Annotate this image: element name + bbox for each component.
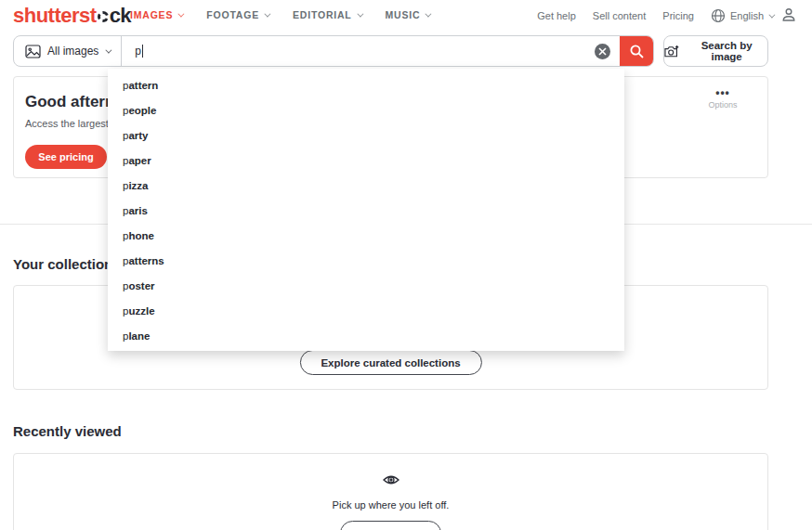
search-button[interactable]	[620, 36, 653, 66]
search-by-image-label: Search by image	[686, 40, 767, 62]
close-icon	[598, 47, 607, 56]
image-icon	[25, 45, 41, 58]
logo-text-red: shutterst	[13, 4, 97, 27]
recent-message: Pick up where you left off.	[14, 499, 767, 511]
nav-item-label: MUSIC	[386, 9, 421, 20]
chevron-down-icon	[264, 10, 270, 17]
search-icon	[629, 44, 645, 59]
suggestion-item[interactable]: poster	[108, 273, 624, 298]
person-icon	[780, 6, 797, 23]
suggestion-completion: arty	[128, 130, 148, 141]
suggestion-completion: aris	[128, 205, 147, 216]
suggestion-item[interactable]: patterns	[108, 248, 624, 273]
suggestion-item[interactable]: puzzle	[108, 298, 624, 323]
nav-item-music[interactable]: MUSIC	[386, 9, 430, 20]
suggestion-completion: lane	[128, 330, 150, 342]
get-help-link[interactable]: Get help	[537, 10, 576, 21]
main-nav: IMAGES FOOTAGE EDITORIAL MUSIC	[130, 9, 429, 20]
language-label: English	[730, 10, 764, 21]
options-label: Options	[695, 100, 751, 110]
see-pricing-button[interactable]: See pricing	[25, 145, 107, 169]
shutterstock-logo[interactable]: shutterstck	[13, 4, 131, 28]
account-button[interactable]	[780, 6, 797, 27]
utility-nav: Get help Sell content Pricing English	[537, 8, 773, 23]
suggestion-completion: izza	[128, 180, 148, 191]
explore-collections-button[interactable]: Explore curated collections	[299, 350, 481, 375]
chevron-down-icon	[768, 11, 775, 18]
eye-icon	[382, 472, 400, 487]
nav-item-footage[interactable]: FOOTAGE	[206, 9, 268, 20]
suggestion-completion: aper	[128, 155, 151, 166]
suggestion-completion: attern	[128, 80, 158, 91]
recent-section-title: Recently viewed	[13, 423, 122, 439]
nav-item-images[interactable]: IMAGES	[130, 9, 182, 20]
ellipsis-icon: •••	[695, 88, 751, 97]
suggestion-completion: oster	[128, 280, 154, 291]
search-bar: All images p	[13, 35, 654, 67]
media-type-label: All images	[47, 45, 98, 58]
suggestion-item[interactable]: party	[108, 123, 624, 148]
globe-icon	[711, 8, 726, 23]
nav-item-label: IMAGES	[130, 9, 173, 20]
chevron-down-icon	[426, 10, 432, 17]
eye-icon-wrap	[14, 472, 767, 491]
camera-plus-icon	[664, 45, 679, 58]
suggestion-item[interactable]: paper	[108, 148, 624, 173]
recently-viewed-panel: Pick up where you left off. Get inspired	[13, 453, 768, 530]
greeting-subtitle: Access the largest l	[25, 118, 113, 129]
suggestion-item[interactable]: pattern	[108, 72, 624, 97]
media-type-dropdown[interactable]: All images	[14, 36, 121, 66]
chevron-down-icon	[106, 46, 112, 53]
clear-search-button[interactable]	[595, 44, 610, 59]
text-caret	[142, 45, 143, 58]
search-query-text: p	[135, 45, 141, 58]
shutter-o-icon	[98, 11, 109, 22]
suggestion-item[interactable]: people	[108, 97, 624, 123]
search-by-image-button[interactable]: Search by image	[663, 35, 768, 67]
nav-item-label: FOOTAGE	[206, 9, 259, 20]
suggestion-completion: eople	[128, 105, 156, 116]
suggestion-completion: atterns	[128, 255, 164, 266]
banner-options-button[interactable]: ••• Options	[695, 88, 751, 110]
language-selector[interactable]: English	[711, 8, 773, 23]
suggestion-item[interactable]: pizza	[108, 173, 624, 198]
suggestion-item[interactable]: phone	[108, 223, 624, 248]
pricing-link[interactable]: Pricing	[662, 10, 694, 21]
get-inspired-button[interactable]: Get inspired	[340, 521, 441, 530]
logo-text-dark: ck	[110, 4, 131, 27]
search-input[interactable]: p	[122, 36, 595, 66]
sell-content-link[interactable]: Sell content	[593, 10, 646, 21]
search-suggestions-dropdown: patternpeoplepartypaperpizzaparisphonepa…	[108, 69, 624, 351]
suggestion-item[interactable]: plane	[108, 323, 624, 348]
chevron-down-icon	[178, 10, 185, 17]
suggestion-completion: hone	[128, 230, 153, 241]
nav-item-label: EDITORIAL	[293, 9, 352, 20]
suggestion-completion: uzzle	[128, 305, 154, 317]
chevron-down-icon	[357, 10, 363, 17]
collections-section-title: Your collections	[13, 256, 121, 272]
recently-viewed-empty-state: Pick up where you left off. Get inspired	[14, 454, 767, 530]
nav-item-editorial[interactable]: EDITORIAL	[293, 9, 361, 20]
suggestion-item[interactable]: paris	[108, 198, 624, 223]
top-header: shutterstck IMAGES FOOTAGE EDITORIAL MUS…	[0, 0, 812, 30]
shutterstock-homepage: shutterstck IMAGES FOOTAGE EDITORIAL MUS…	[0, 0, 812, 530]
